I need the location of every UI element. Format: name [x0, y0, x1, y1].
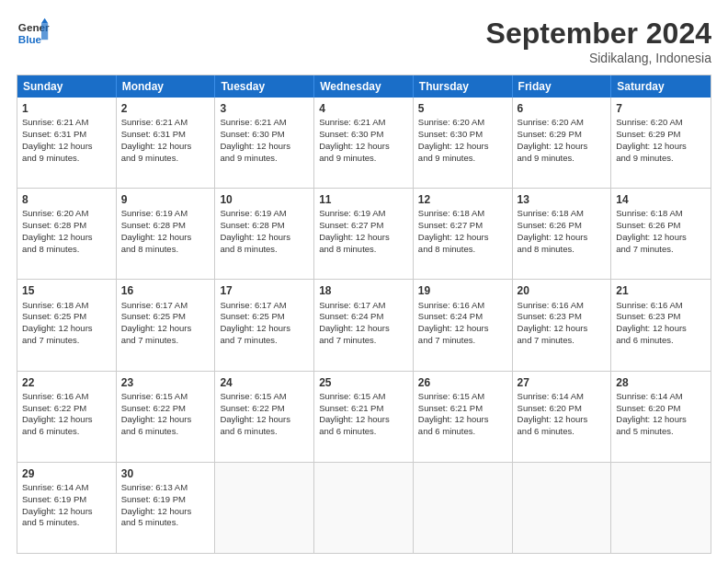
week-row-4: 22 Sunrise: 6:16 AMSunset: 6:22 PMDaylig… [17, 371, 711, 462]
header-tuesday: Tuesday [215, 75, 314, 98]
day-number: 25 [319, 375, 408, 390]
day-number: 17 [220, 283, 309, 298]
cell-1-sun: 1 Sunrise: 6:21 AMSunset: 6:31 PMDayligh… [17, 98, 117, 188]
day-number: 30 [121, 466, 210, 481]
day-number: 9 [121, 192, 210, 207]
cell-5-wed [314, 463, 414, 553]
page: General Blue September 2024 Sidikalang, … [0, 0, 728, 563]
svg-text:Blue: Blue [18, 33, 42, 45]
cell-5-thu [414, 463, 513, 553]
day-number: 2 [121, 101, 210, 116]
day-number: 1 [22, 101, 111, 116]
day-number: 18 [319, 283, 408, 298]
cell-1-sat: 7 Sunrise: 6:20 AMSunset: 6:29 PMDayligh… [611, 98, 711, 188]
day-number: 19 [418, 283, 507, 298]
cell-3-fri: 20 Sunrise: 6:16 AMSunset: 6:23 PMDaylig… [513, 280, 612, 370]
week-row-3: 15 Sunrise: 6:18 AMSunset: 6:25 PMDaylig… [17, 279, 711, 370]
cell-3-thu: 19 Sunrise: 6:16 AMSunset: 6:24 PMDaylig… [414, 280, 513, 370]
location: Sidikalang, Indonesia [486, 51, 711, 65]
month-title: September 2024 [486, 17, 711, 51]
cell-3-sat: 21 Sunrise: 6:16 AMSunset: 6:23 PMDaylig… [611, 280, 711, 370]
cell-5-mon: 30 Sunrise: 6:13 AMSunset: 6:19 PMDaylig… [117, 463, 216, 553]
calendar: Sunday Monday Tuesday Wednesday Thursday… [17, 75, 711, 554]
cell-5-sat [611, 463, 711, 553]
day-number: 27 [518, 375, 607, 390]
day-number: 14 [616, 192, 706, 207]
day-number: 20 [518, 283, 607, 298]
header-sunday: Sunday [17, 75, 117, 98]
day-number: 28 [616, 375, 706, 390]
day-number: 3 [220, 101, 309, 116]
cell-4-wed: 25 Sunrise: 6:15 AMSunset: 6:21 PMDaylig… [314, 372, 414, 462]
calendar-body: 1 Sunrise: 6:21 AMSunset: 6:31 PMDayligh… [17, 98, 711, 553]
day-number: 23 [121, 375, 210, 390]
day-number: 11 [319, 192, 408, 207]
calendar-header: Sunday Monday Tuesday Wednesday Thursday… [17, 75, 711, 98]
cell-1-wed: 4 Sunrise: 6:21 AMSunset: 6:30 PMDayligh… [314, 98, 414, 188]
cell-5-tue [215, 463, 314, 553]
cell-4-sun: 22 Sunrise: 6:16 AMSunset: 6:22 PMDaylig… [17, 372, 117, 462]
day-number: 26 [418, 375, 507, 390]
day-number: 13 [518, 192, 607, 207]
day-number: 10 [220, 192, 309, 207]
header-thursday: Thursday [414, 75, 513, 98]
svg-marker-2 [41, 23, 48, 40]
cell-2-sat: 14 Sunrise: 6:18 AMSunset: 6:26 PMDaylig… [611, 189, 711, 279]
cell-1-thu: 5 Sunrise: 6:20 AMSunset: 6:30 PMDayligh… [414, 98, 513, 188]
cell-4-thu: 26 Sunrise: 6:15 AMSunset: 6:21 PMDaylig… [414, 372, 513, 462]
logo-icon: General Blue [17, 17, 50, 50]
cell-2-tue: 10 Sunrise: 6:19 AMSunset: 6:28 PMDaylig… [215, 189, 314, 279]
cell-2-sun: 8 Sunrise: 6:20 AMSunset: 6:28 PMDayligh… [17, 189, 117, 279]
cell-2-fri: 13 Sunrise: 6:18 AMSunset: 6:26 PMDaylig… [513, 189, 612, 279]
cell-4-tue: 24 Sunrise: 6:15 AMSunset: 6:22 PMDaylig… [215, 372, 314, 462]
day-number: 5 [418, 101, 507, 116]
day-number: 24 [220, 375, 309, 390]
title-block: September 2024 Sidikalang, Indonesia [486, 17, 711, 65]
cell-2-wed: 11 Sunrise: 6:19 AMSunset: 6:27 PMDaylig… [314, 189, 414, 279]
week-row-2: 8 Sunrise: 6:20 AMSunset: 6:28 PMDayligh… [17, 188, 711, 279]
cell-4-fri: 27 Sunrise: 6:14 AMSunset: 6:20 PMDaylig… [513, 372, 612, 462]
logo: General Blue [17, 17, 50, 50]
day-number: 29 [22, 466, 111, 481]
cell-1-fri: 6 Sunrise: 6:20 AMSunset: 6:29 PMDayligh… [513, 98, 612, 188]
day-number: 8 [22, 192, 111, 207]
cell-2-thu: 12 Sunrise: 6:18 AMSunset: 6:27 PMDaylig… [414, 189, 513, 279]
cell-5-sun: 29 Sunrise: 6:14 AMSunset: 6:19 PMDaylig… [17, 463, 117, 553]
week-row-5: 29 Sunrise: 6:14 AMSunset: 6:19 PMDaylig… [17, 462, 711, 553]
cell-2-mon: 9 Sunrise: 6:19 AMSunset: 6:28 PMDayligh… [117, 189, 216, 279]
day-number: 12 [418, 192, 507, 207]
cell-3-tue: 17 Sunrise: 6:17 AMSunset: 6:25 PMDaylig… [215, 280, 314, 370]
day-number: 15 [22, 283, 111, 298]
week-row-1: 1 Sunrise: 6:21 AMSunset: 6:31 PMDayligh… [17, 98, 711, 188]
header-friday: Friday [513, 75, 612, 98]
header: General Blue September 2024 Sidikalang, … [17, 17, 711, 65]
header-wednesday: Wednesday [314, 75, 414, 98]
cell-5-fri [513, 463, 612, 553]
day-number: 16 [121, 283, 210, 298]
day-number: 22 [22, 375, 111, 390]
day-number: 21 [616, 283, 706, 298]
day-number: 6 [518, 101, 607, 116]
cell-3-sun: 15 Sunrise: 6:18 AMSunset: 6:25 PMDaylig… [17, 280, 117, 370]
cell-3-mon: 16 Sunrise: 6:17 AMSunset: 6:25 PMDaylig… [117, 280, 216, 370]
header-monday: Monday [117, 75, 216, 98]
cell-3-wed: 18 Sunrise: 6:17 AMSunset: 6:24 PMDaylig… [314, 280, 414, 370]
cell-1-tue: 3 Sunrise: 6:21 AMSunset: 6:30 PMDayligh… [215, 98, 314, 188]
cell-1-mon: 2 Sunrise: 6:21 AMSunset: 6:31 PMDayligh… [117, 98, 216, 188]
day-number: 4 [319, 101, 408, 116]
day-number: 7 [616, 101, 706, 116]
cell-4-mon: 23 Sunrise: 6:15 AMSunset: 6:22 PMDaylig… [117, 372, 216, 462]
header-saturday: Saturday [611, 75, 711, 98]
cell-4-sat: 28 Sunrise: 6:14 AMSunset: 6:20 PMDaylig… [611, 372, 711, 462]
